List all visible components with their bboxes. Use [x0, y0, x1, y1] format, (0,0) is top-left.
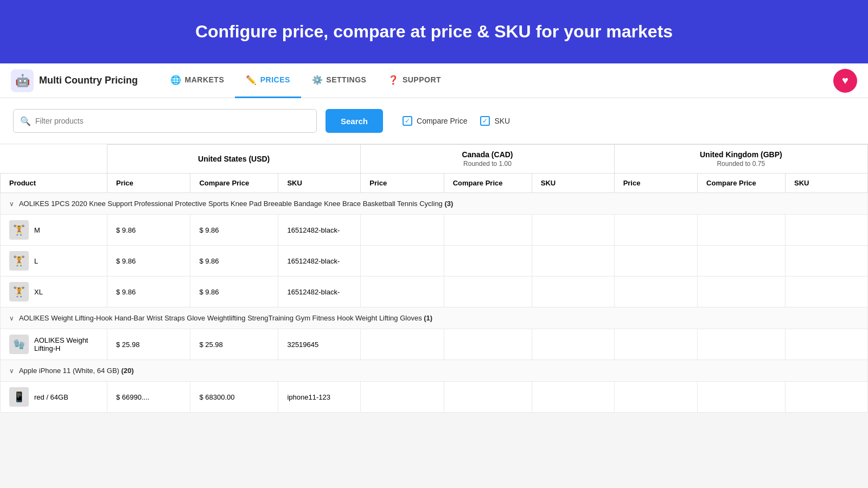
us-compare-input[interactable] — [199, 257, 269, 265]
us-compare-input[interactable] — [199, 341, 269, 349]
uk-sku-cell[interactable] — [786, 277, 868, 307]
uk-sku-cell[interactable] — [786, 246, 868, 277]
ca-sku-cell[interactable] — [532, 329, 614, 360]
nav-item-support[interactable]: ❓ SUPPORT — [377, 63, 452, 98]
us-compare-input[interactable] — [199, 226, 269, 234]
uk-price-cell[interactable] — [614, 277, 697, 307]
uk-compare-cell[interactable] — [698, 246, 786, 277]
uk-compare-cell[interactable] — [698, 329, 786, 360]
us-compare-cell[interactable] — [190, 277, 278, 307]
ca-sku-input[interactable] — [541, 226, 605, 234]
nav-item-settings[interactable]: ⚙️ SETTINGS — [301, 63, 378, 98]
uk-sku-input[interactable] — [794, 341, 859, 349]
ca-compare-cell[interactable] — [444, 215, 532, 246]
ca-compare-cell[interactable] — [444, 382, 532, 413]
us-price-cell[interactable] — [107, 215, 190, 246]
ca-sku-cell[interactable] — [532, 277, 614, 307]
ca-sku-cell[interactable] — [532, 382, 614, 413]
uk-compare-input[interactable] — [706, 257, 776, 265]
us-sku-cell[interactable] — [278, 382, 361, 413]
us-compare-input[interactable] — [199, 288, 269, 296]
uk-sku-cell[interactable] — [786, 215, 868, 246]
us-price-cell[interactable] — [107, 382, 190, 413]
us-price-input[interactable] — [116, 393, 181, 401]
ca-price-cell[interactable] — [361, 277, 444, 307]
us-price-input[interactable] — [116, 341, 181, 349]
uk-sku-input[interactable] — [794, 257, 859, 265]
ca-sku-input[interactable] — [541, 341, 605, 349]
ca-price-cell[interactable] — [361, 382, 444, 413]
us-compare-input[interactable] — [199, 393, 269, 401]
search-button[interactable]: Search — [326, 109, 383, 133]
nav-item-prices[interactable]: ✏️ PRICES — [235, 63, 301, 98]
uk-sku-cell[interactable] — [786, 382, 868, 413]
uk-sku-input[interactable] — [794, 393, 859, 401]
us-compare-cell[interactable] — [190, 382, 278, 413]
uk-compare-cell[interactable] — [698, 277, 786, 307]
ca-price-input[interactable] — [369, 257, 435, 265]
us-compare-cell[interactable] — [190, 215, 278, 246]
ca-price-input[interactable] — [369, 226, 435, 234]
ca-compare-input[interactable] — [453, 288, 523, 296]
uk-price-cell[interactable] — [614, 329, 697, 360]
uk-sku-input[interactable] — [794, 226, 859, 234]
us-price-cell[interactable] — [107, 329, 190, 360]
us-price-cell[interactable] — [107, 246, 190, 277]
uk-compare-input[interactable] — [706, 226, 776, 234]
ca-compare-cell[interactable] — [444, 277, 532, 307]
uk-compare-cell[interactable] — [698, 215, 786, 246]
us-sku-input[interactable] — [287, 393, 352, 401]
us-sku-cell[interactable] — [278, 246, 361, 277]
ca-sku-cell[interactable] — [532, 215, 614, 246]
ca-sku-input[interactable] — [541, 288, 605, 296]
uk-compare-input[interactable] — [706, 341, 776, 349]
ca-price-input[interactable] — [369, 393, 435, 401]
compare-price-checkbox[interactable]: ✓ Compare Price — [403, 116, 467, 126]
ca-compare-input[interactable] — [453, 341, 523, 349]
ca-compare-cell[interactable] — [444, 246, 532, 277]
us-compare-cell[interactable] — [190, 329, 278, 360]
ca-compare-input[interactable] — [453, 257, 523, 265]
us-price-input[interactable] — [116, 288, 181, 296]
uk-price-cell[interactable] — [614, 382, 697, 413]
us-sku-cell[interactable] — [278, 215, 361, 246]
ca-sku-input[interactable] — [541, 393, 605, 401]
ca-compare-input[interactable] — [453, 226, 523, 234]
uk-price-cell[interactable] — [614, 215, 697, 246]
uk-compare-cell[interactable] — [698, 382, 786, 413]
uk-price-cell[interactable] — [614, 246, 697, 277]
group-row[interactable]: ∨ AOLIKES Weight Lifting-Hook Hand-Bar W… — [1, 307, 868, 329]
heart-button[interactable]: ♥ — [833, 69, 857, 93]
us-sku-input[interactable] — [287, 226, 352, 234]
us-sku-cell[interactable] — [278, 277, 361, 307]
ca-price-cell[interactable] — [361, 329, 444, 360]
uk-price-input[interactable] — [623, 393, 688, 401]
uk-price-input[interactable] — [623, 341, 688, 349]
us-compare-cell[interactable] — [190, 246, 278, 277]
uk-price-input[interactable] — [623, 226, 688, 234]
ca-sku-cell[interactable] — [532, 246, 614, 277]
uk-sku-cell[interactable] — [786, 329, 868, 360]
uk-compare-input[interactable] — [706, 393, 776, 401]
ca-sku-input[interactable] — [541, 257, 605, 265]
group-row[interactable]: ∨ Apple iPhone 11 (White, 64 GB) (20) — [1, 360, 868, 382]
uk-price-input[interactable] — [623, 257, 688, 265]
us-sku-input[interactable] — [287, 288, 352, 296]
group-row[interactable]: ∨ AOLIKES 1PCS 2020 Knee Support Profess… — [1, 193, 868, 215]
ca-price-input[interactable] — [369, 288, 435, 296]
sku-checkbox[interactable]: ✓ SKU — [480, 116, 510, 126]
ca-price-cell[interactable] — [361, 215, 444, 246]
us-sku-input[interactable] — [287, 257, 352, 265]
ca-price-cell[interactable] — [361, 246, 444, 277]
uk-compare-input[interactable] — [706, 288, 776, 296]
ca-price-input[interactable] — [369, 341, 435, 349]
uk-sku-input[interactable] — [794, 288, 859, 296]
search-input[interactable] — [35, 117, 310, 125]
uk-price-input[interactable] — [623, 288, 688, 296]
ca-compare-input[interactable] — [453, 393, 523, 401]
us-price-input[interactable] — [116, 226, 181, 234]
us-price-input[interactable] — [116, 257, 181, 265]
ca-compare-cell[interactable] — [444, 329, 532, 360]
nav-item-markets[interactable]: 🌐 MARKETS — [159, 63, 235, 98]
us-sku-input[interactable] — [287, 341, 352, 349]
